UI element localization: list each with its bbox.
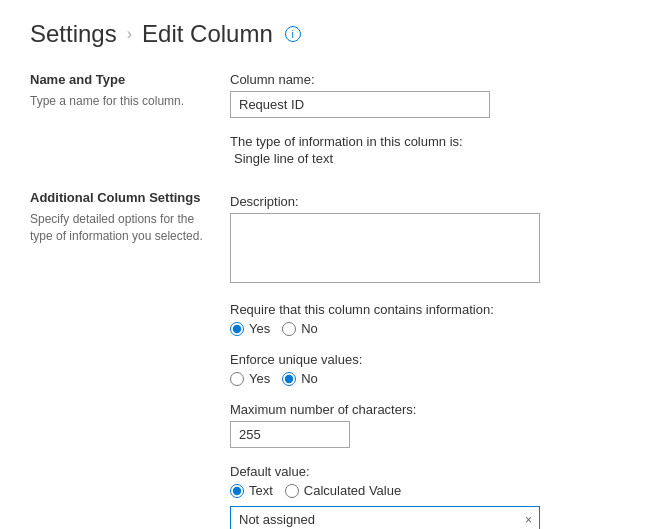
require-no-option[interactable]: No xyxy=(282,321,318,336)
clear-icon[interactable]: × xyxy=(525,513,532,527)
require-no-radio[interactable] xyxy=(282,322,296,336)
require-radio-group: Yes No xyxy=(230,321,618,336)
unique-yes-label: Yes xyxy=(249,371,270,386)
name-type-section-left: Name and Type Type a name for this colum… xyxy=(30,72,210,110)
default-text-radio[interactable] xyxy=(230,484,244,498)
content-area: Name and Type Type a name for this colum… xyxy=(30,72,618,529)
unique-yes-option[interactable]: Yes xyxy=(230,371,270,386)
default-value-input[interactable] xyxy=(230,506,540,529)
left-panel: Name and Type Type a name for this colum… xyxy=(30,72,230,529)
require-label: Require that this column contains inform… xyxy=(230,302,618,317)
description-group: Description: xyxy=(230,194,618,286)
name-type-desc: Type a name for this column. xyxy=(30,93,210,110)
default-text-label: Text xyxy=(249,483,273,498)
require-group: Require that this column contains inform… xyxy=(230,302,618,336)
breadcrumb-current: Edit Column xyxy=(142,20,273,48)
require-yes-radio[interactable] xyxy=(230,322,244,336)
default-value-wrapper: × xyxy=(230,506,540,529)
additional-settings-section-left: Additional Column Settings Specify detai… xyxy=(30,190,210,245)
unique-no-label: No xyxy=(301,371,318,386)
breadcrumb-settings[interactable]: Settings xyxy=(30,20,117,48)
require-yes-option[interactable]: Yes xyxy=(230,321,270,336)
max-chars-label: Maximum number of characters: xyxy=(230,402,618,417)
right-panel: Column name: The type of information in … xyxy=(230,72,618,529)
additional-settings-title: Additional Column Settings xyxy=(30,190,210,205)
description-input[interactable] xyxy=(230,213,540,283)
unique-yes-radio[interactable] xyxy=(230,372,244,386)
unique-group: Enforce unique values: Yes No xyxy=(230,352,618,386)
type-info-group: The type of information in this column i… xyxy=(230,134,618,166)
require-yes-label: Yes xyxy=(249,321,270,336)
default-type-radio-group: Text Calculated Value xyxy=(230,483,618,498)
unique-no-radio[interactable] xyxy=(282,372,296,386)
breadcrumb: Settings › Edit Column i xyxy=(30,20,618,48)
default-value-label: Default value: xyxy=(230,464,618,479)
type-info-label: The type of information in this column i… xyxy=(230,134,618,149)
max-chars-input[interactable] xyxy=(230,421,350,448)
column-name-label: Column name: xyxy=(230,72,618,87)
default-text-option[interactable]: Text xyxy=(230,483,273,498)
unique-no-option[interactable]: No xyxy=(282,371,318,386)
info-icon[interactable]: i xyxy=(285,26,301,42)
unique-label: Enforce unique values: xyxy=(230,352,618,367)
additional-settings-desc: Specify detailed options for the type of… xyxy=(30,211,210,245)
require-no-label: No xyxy=(301,321,318,336)
default-calc-radio[interactable] xyxy=(285,484,299,498)
default-calc-option[interactable]: Calculated Value xyxy=(285,483,401,498)
page-container: Settings › Edit Column i Name and Type T… xyxy=(0,0,648,529)
column-name-group: Column name: xyxy=(230,72,618,118)
description-label: Description: xyxy=(230,194,618,209)
type-value: Single line of text xyxy=(230,151,618,166)
default-calc-label: Calculated Value xyxy=(304,483,401,498)
unique-radio-group: Yes No xyxy=(230,371,618,386)
column-name-input[interactable] xyxy=(230,91,490,118)
default-value-group: Default value: Text Calculated Value × xyxy=(230,464,618,529)
name-type-title: Name and Type xyxy=(30,72,210,87)
max-chars-group: Maximum number of characters: xyxy=(230,402,618,448)
breadcrumb-arrow: › xyxy=(127,25,132,43)
